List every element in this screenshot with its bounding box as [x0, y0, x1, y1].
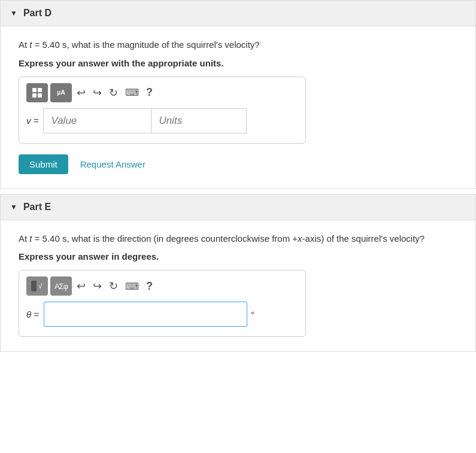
refresh-button[interactable]: ↻: [107, 85, 120, 101]
value-input[interactable]: [43, 108, 151, 133]
svg-rect-3: [38, 93, 42, 98]
part-d-question: At t = 5.40 s, what is the magnitude of …: [19, 38, 457, 52]
svg-rect-2: [32, 93, 37, 98]
part-d-header: ▼ Part D: [1, 1, 475, 26]
unit-button[interactable]: μA: [50, 83, 72, 102]
part-d-input-row: v =: [26, 108, 298, 133]
unit-label: μA: [57, 89, 65, 96]
request-answer-link[interactable]: Request Answer: [80, 159, 145, 169]
part-e-toolbar: √ ΑΣφ ↩ ↪ ↻ ⌨ ?: [26, 276, 298, 296]
grid-svg-icon: [31, 87, 43, 99]
alpha-label: ΑΣφ: [54, 282, 68, 291]
submit-button[interactable]: Submit: [19, 154, 68, 174]
part-d-title: Part D: [23, 8, 51, 19]
part-e-title: Part E: [23, 202, 51, 212]
part-d-chevron[interactable]: ▼: [10, 9, 17, 17]
theta-input[interactable]: [44, 302, 247, 327]
part-d-toolbar: μA ↩ ↪ ↻ ⌨ ?: [26, 83, 298, 102]
part-d-answer-box: μA ↩ ↪ ↻ ⌨ ? v =: [19, 77, 306, 144]
part-d-body: At t = 5.40 s, what is the magnitude of …: [1, 26, 475, 189]
section-divider: [0, 189, 476, 194]
alpha-button[interactable]: ΑΣφ: [50, 276, 72, 296]
part-e-refresh-button[interactable]: ↻: [107, 278, 120, 294]
part-e-chevron[interactable]: ▼: [10, 203, 17, 211]
units-input[interactable]: [151, 108, 247, 133]
svg-rect-4: [31, 281, 37, 291]
part-e-help-button[interactable]: ?: [144, 279, 155, 294]
part-e-header: ▼ Part E: [1, 194, 475, 220]
part-e-var-label: θ =: [26, 309, 39, 320]
part-e-body: At t = 5.40 s, what is the direction (in…: [1, 220, 475, 352]
part-e-input-row: θ = °: [26, 302, 298, 327]
part-d-button-row: Submit Request Answer: [19, 154, 457, 174]
help-button[interactable]: ?: [144, 85, 155, 100]
grid-icon-button[interactable]: [26, 83, 48, 102]
redo-button[interactable]: ↪: [90, 85, 104, 101]
svg-rect-1: [38, 88, 42, 92]
math-svg-icon: √: [31, 280, 44, 292]
part-e-answer-box: √ ΑΣφ ↩ ↪ ↻ ⌨ ? θ = °: [19, 270, 306, 337]
part-e-keyboard-button[interactable]: ⌨: [123, 279, 141, 293]
degree-symbol: °: [251, 309, 254, 320]
math-button[interactable]: √: [26, 276, 48, 296]
part-d-section: ▼ Part D At t = 5.40 s, what is the magn…: [0, 0, 476, 189]
part-e-section: ▼ Part E At t = 5.40 s, what is the dire…: [0, 194, 476, 352]
keyboard-button[interactable]: ⌨: [123, 86, 141, 99]
part-e-redo-button[interactable]: ↪: [90, 278, 104, 294]
part-e-express-label: Express your answer in degrees.: [19, 251, 457, 262]
svg-rect-0: [32, 88, 37, 92]
undo-button[interactable]: ↩: [74, 85, 88, 101]
part-d-express-label: Express your answer with the appropriate…: [19, 58, 457, 68]
part-e-undo-button[interactable]: ↩: [74, 278, 88, 294]
svg-text:√: √: [38, 282, 43, 290]
part-d-var-label: v =: [26, 115, 38, 126]
part-e-question: At t = 5.40 s, what is the direction (in…: [19, 232, 457, 246]
